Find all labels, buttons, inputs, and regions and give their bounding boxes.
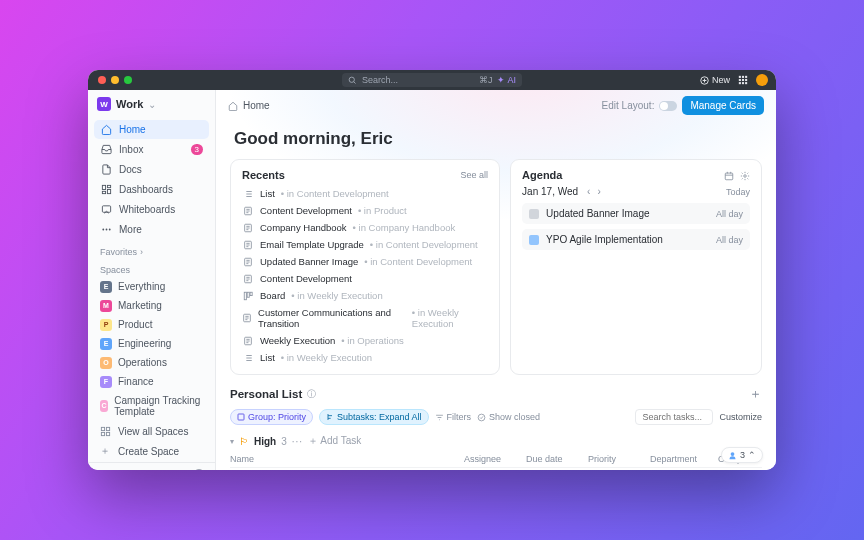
workspace-badge: W [97,97,111,111]
ai-button[interactable]: ✦ AI [497,75,516,85]
titlebar: Search... ⌘J ✦ AI New [88,70,776,90]
group-menu-icon[interactable]: ··· [292,436,303,447]
svg-rect-10 [745,82,747,84]
breadcrumb[interactable]: Home [243,100,270,111]
edit-layout-toggle[interactable] [659,101,677,111]
help-icon[interactable]: ? [193,469,205,470]
nav-docs[interactable]: Docs [94,160,209,179]
nav-more[interactable]: More [94,220,209,239]
edit-layout-label: Edit Layout: [602,100,655,111]
favorites-header[interactable]: Favorites› [88,241,215,259]
space-label: Everything [118,281,165,292]
info-icon[interactable]: ⓘ [307,388,316,401]
recent-item[interactable]: Content Development • in Product [242,203,488,218]
new-button[interactable]: New [700,75,730,85]
svg-rect-7 [745,79,747,81]
space-label: Finance [118,376,154,387]
doc-icon [242,257,254,267]
svg-rect-12 [107,185,110,187]
view-all-spaces[interactable]: View all Spaces [94,422,209,441]
sidebar-space-item[interactable]: EEverything [94,277,209,296]
nav-inbox[interactable]: Inbox 3 [94,140,209,159]
recent-item[interactable]: Content Development [242,271,488,286]
svg-rect-21 [106,433,109,436]
recent-item[interactable]: Email Template Upgrade • in Content Deve… [242,237,488,252]
gear-icon[interactable] [740,169,750,181]
customize-button[interactable]: Customize [719,412,762,422]
add-card-button[interactable]: ＋ [749,385,762,403]
recent-item[interactable]: List • in Content Development [242,186,488,201]
agenda-item[interactable]: YPO Agile ImplementationAll day [522,229,750,250]
invite-button[interactable]: Invite [115,469,139,470]
recents-see-all[interactable]: See all [461,170,489,180]
space-swatch: O [100,357,112,369]
recent-item[interactable]: Weekly Execution • in Operations [242,333,488,348]
show-closed-button[interactable]: Show closed [477,412,540,422]
invite-icon [98,469,109,470]
recent-item[interactable]: List • in Weekly Execution [242,350,488,365]
svg-rect-36 [238,414,244,420]
svg-point-17 [105,229,107,231]
workspace-switcher[interactable]: W Work ⌄ [88,90,215,118]
svg-point-35 [744,175,747,178]
user-avatar[interactable] [756,74,768,86]
recent-item[interactable]: Company Handbook • in Company Handbook [242,220,488,235]
svg-rect-9 [742,82,744,84]
global-search[interactable]: Search... ⌘J ✦ AI [342,73,522,87]
manage-cards-button[interactable]: Manage Cards [682,96,764,115]
home-breadcrumb-icon [228,100,238,111]
list-icon [242,189,254,199]
subtasks-pill[interactable]: Subtasks: Expand All [319,409,429,425]
sidebar-space-item[interactable]: FFinance [94,372,209,391]
agenda-prev-icon[interactable]: ‹ [585,186,592,197]
sidebar-space-item[interactable]: OOperations [94,353,209,372]
sidebar-space-item[interactable]: PProduct [94,315,209,334]
create-space[interactable]: ＋ Create Space [94,441,209,462]
tasks-search-input[interactable] [635,409,713,425]
group-pill[interactable]: Group: Priority [230,409,313,425]
table-row[interactable]: ▾ How To Create An Outstanding... ··· 🏳H… [230,468,762,470]
filters-button[interactable]: Filters [435,412,472,422]
spaces-header: Spaces [88,259,215,277]
svg-rect-4 [745,76,747,78]
space-swatch: M [100,300,112,312]
nav-home[interactable]: Home [94,120,209,139]
recent-item[interactable]: Updated Banner Image • in Content Develo… [242,254,488,269]
personal-list-card: Personal List ⓘ ＋ Group: Priority Subtas… [216,375,776,470]
space-label: Product [118,319,152,330]
recent-item[interactable]: Customer Communications and Transition •… [242,305,488,331]
docs-icon [100,164,112,175]
agenda-item[interactable]: Updated Banner ImageAll day [522,203,750,224]
search-placeholder: Search... [362,75,398,85]
svg-point-37 [478,414,485,421]
space-swatch: E [100,281,112,293]
priority-group-header[interactable]: ▾ 🏳 High 3 ··· ＋ Add Task [230,431,762,451]
add-task-button[interactable]: ＋ Add Task [308,434,361,448]
agenda-status-icon [529,209,539,219]
chevron-up-icon: ⌃ [748,450,756,460]
today-button[interactable]: Today [726,187,750,197]
traffic-min-icon[interactable] [111,76,119,84]
table-header: Name Assignee Due date Priority Departme… [230,451,762,468]
apps-grid-icon[interactable] [738,75,748,85]
agenda-status-icon [529,235,539,245]
sidebar-space-item[interactable]: MMarketing [94,296,209,315]
sidebar-space-item[interactable]: CCampaign Tracking Template [94,391,209,420]
traffic-close-icon[interactable] [98,76,106,84]
grid-icon [100,426,112,438]
inbox-icon [100,144,112,155]
doc-icon [242,274,254,284]
floating-count-pill[interactable]: 3 ⌃ [721,447,763,463]
space-swatch: C [100,400,108,412]
nav-whiteboards[interactable]: Whiteboards [94,200,209,219]
svg-rect-14 [102,191,105,193]
agenda-next-icon[interactable]: › [595,186,602,197]
svg-point-16 [102,229,104,231]
space-swatch: F [100,376,112,388]
traffic-max-icon[interactable] [124,76,132,84]
chevron-down-icon: ⌄ [148,99,156,110]
sidebar-space-item[interactable]: EEngineering [94,334,209,353]
recent-item[interactable]: Board • in Weekly Execution [242,288,488,303]
calendar-icon[interactable] [724,169,734,181]
nav-dashboards[interactable]: Dashboards [94,180,209,199]
